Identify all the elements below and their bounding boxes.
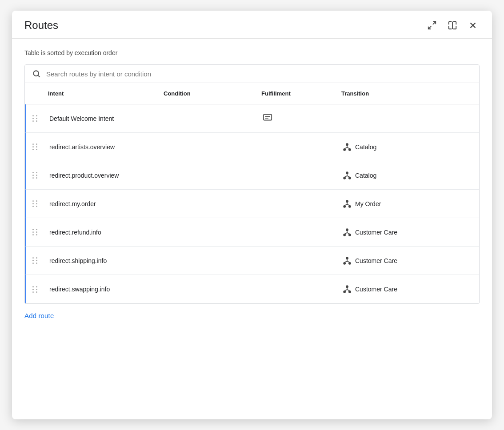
split-button[interactable] [446,19,459,32]
transition-cell: My Order [337,195,479,213]
svg-line-29 [347,175,350,177]
svg-line-53 [347,290,350,291]
svg-point-25 [344,177,345,179]
add-route-button[interactable]: Add route [24,304,480,330]
table-row[interactable]: redirect.my.order My Order [25,190,479,218]
svg-point-50 [349,291,351,293]
close-icon [468,20,478,30]
branch-icon [343,143,352,151]
fulfillment-cell [257,143,337,151]
table-header: Intent Condition Fulfillment Transition [25,83,479,104]
split-icon [448,20,457,30]
svg-line-22 [344,147,347,148]
intent-cell: Default Welcome Intent [44,111,160,127]
branch-icon [343,199,352,208]
svg-point-48 [346,286,348,287]
svg-point-26 [349,177,351,179]
svg-line-40 [344,232,347,234]
transition-cell: Customer Care [337,280,479,298]
table-row[interactable]: redirect.refund.info Customer Care [25,218,479,247]
svg-point-37 [344,234,345,235]
transition-cell [337,114,479,123]
svg-point-24 [346,172,348,174]
fulfillment-cell [257,228,337,237]
drag-handle[interactable] [26,197,44,211]
intent-cell: redirect.refund.info [44,224,160,240]
transition-cell: Catalog [337,138,479,156]
drag-handle[interactable] [26,225,44,239]
svg-rect-15 [264,115,272,120]
dialog-header: Routes [12,11,492,39]
svg-point-44 [349,262,351,264]
table-row[interactable]: redirect.swapping.info Customer Care [25,275,479,303]
svg-line-0 [433,22,436,24]
expand-icon [427,20,437,30]
col-transition: Transition [336,88,479,100]
branch-icon [343,256,352,265]
svg-point-31 [344,205,345,207]
table-rows-container: Default Welcome Intent redirect.artists.… [25,104,479,303]
svg-point-42 [346,257,348,259]
transition-label: Customer Care [355,229,397,236]
dialog-body: Table is sorted by execution order Inten… [12,39,492,419]
search-bar [24,64,480,83]
table-row[interactable]: Default Welcome Intent [25,104,479,133]
svg-point-38 [349,234,351,235]
svg-point-30 [346,200,348,202]
svg-point-32 [349,205,351,207]
transition-cell: Customer Care [337,252,479,270]
search-input[interactable] [46,70,472,78]
intent-cell: redirect.artists.overview [44,139,160,155]
intent-cell: redirect.my.order [44,196,160,212]
condition-cell [160,171,257,180]
col-condition: Condition [158,88,256,100]
svg-line-35 [347,204,350,205]
transition-label: Catalog [355,143,376,151]
svg-point-18 [346,143,348,145]
condition-cell [160,143,257,151]
svg-point-13 [33,71,39,76]
sort-label: Table is sorted by execution order [24,49,480,56]
condition-cell [160,256,257,265]
transition-label: Customer Care [355,257,397,264]
close-button[interactable] [466,19,480,32]
fulfillment-cell [257,256,337,265]
fulfillment-cell [257,171,337,180]
expand-button[interactable] [425,19,439,32]
svg-line-34 [344,204,347,205]
drag-handle[interactable] [26,140,44,154]
fulfillment-cell [257,285,337,294]
table-row[interactable]: redirect.product.overview Catalog [25,161,479,190]
svg-line-41 [347,232,350,234]
table-row[interactable]: redirect.artists.overview Catalog [25,133,479,161]
drag-handle[interactable] [26,254,44,267]
header-actions [425,19,480,32]
branch-icon [343,228,352,237]
col-intent: Intent [43,88,158,100]
branch-icon [343,171,352,180]
branch-icon [343,285,352,294]
svg-point-20 [349,148,351,150]
svg-point-43 [344,262,345,264]
condition-cell [160,285,257,294]
drag-handle[interactable] [26,111,44,125]
intent-cell: redirect.swapping.info [44,281,160,297]
transition-cell: Catalog [337,167,479,184]
drag-handle[interactable] [26,168,44,182]
svg-line-14 [38,76,40,77]
message-icon [263,113,272,124]
search-icon [32,69,41,78]
svg-line-46 [344,261,347,262]
col-drag [25,88,43,100]
svg-point-36 [346,229,348,231]
transition-cell: Customer Care [337,223,479,241]
drag-handle[interactable] [26,283,44,296]
svg-line-23 [347,147,350,148]
routes-dialog: Routes [12,11,492,419]
table-row[interactable]: redirect.shipping.info Customer Care [25,247,479,275]
fulfillment-cell [257,199,337,208]
svg-line-47 [347,261,350,262]
condition-cell [160,114,257,123]
transition-label: Catalog [355,172,376,179]
intent-cell: redirect.shipping.info [44,253,160,269]
